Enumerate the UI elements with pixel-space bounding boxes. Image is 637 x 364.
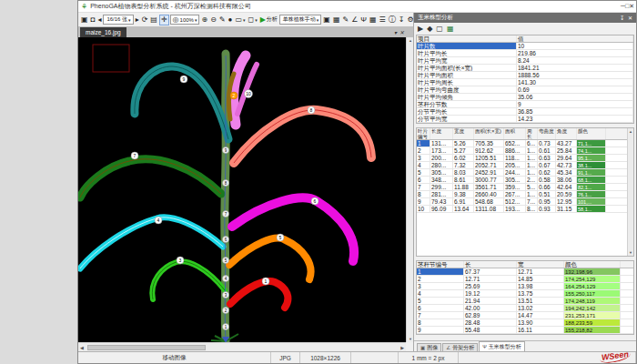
table-row[interactable]: 叶片平均长219.86 xyxy=(417,50,633,57)
prev-image-button[interactable]: ◂ xyxy=(96,15,102,25)
image-tab[interactable]: maize_16.jpg xyxy=(80,27,126,37)
mode-combo[interactable]: 单株植株手动▾ xyxy=(279,15,322,25)
table-row[interactable]: 4280...7.322052.71205...1...0.6742.7338,… xyxy=(417,162,633,169)
marker-icon[interactable]: ✎ xyxy=(218,15,227,25)
table-row[interactable]: 分节平均长36.85 xyxy=(417,108,633,116)
grid-icon[interactable]: ▦ xyxy=(369,15,378,25)
table-row[interactable]: 叶片平均周长141.30 xyxy=(417,79,633,86)
tab-list-button[interactable]: ▾ xyxy=(394,29,397,35)
column-header[interactable]: 值 xyxy=(517,35,633,42)
zoom-out-icon[interactable]: ⊖ xyxy=(209,15,217,25)
table-row[interactable]: 叶片平均弯曲度0.69 xyxy=(417,86,633,94)
column-header[interactable]: 面积 xyxy=(504,128,526,139)
table-row[interactable]: 1096.0913.641311.08193...8...0.9331.1558… xyxy=(417,206,633,213)
panel-tab-玉米株型分析[interactable]: Ψ玉米株型分析 xyxy=(479,341,525,351)
column-header[interactable]: 面积(长×宽) xyxy=(474,128,504,139)
table-row[interactable]: 5305...8.032452.91244...1...0.6245.3491,… xyxy=(417,169,633,177)
leaf-7-darkgreen[interactable] xyxy=(80,159,221,197)
table-row[interactable]: 212.7114.85174,254,129 xyxy=(417,276,633,283)
table-row[interactable]: 325.6913.98164,254,129 xyxy=(417,283,633,290)
image-export-icon[interactable]: ▣ xyxy=(322,15,331,25)
table-row[interactable]: 3200...6.021205.51118...1...0.6329.6495,… xyxy=(417,155,633,162)
table-row[interactable]: 叶片平均面积(长×宽)1841.21 xyxy=(417,65,633,72)
table-row[interactable]: 1131...5.26705.35652...6...0.7343.2771,1… xyxy=(417,140,633,147)
leaf-table-scrollbar[interactable]: ▲ ▼ xyxy=(627,128,633,256)
close-button[interactable]: ✕ xyxy=(629,3,634,9)
table-row[interactable]: 叶片平均面积1888.56 xyxy=(417,72,633,79)
panel-tab-骨架分析[interactable]: ∠骨架分析 xyxy=(442,343,478,351)
table-row[interactable]: 979.436.91548.68512...7...0.9512.95101,.… xyxy=(417,198,633,206)
close-image-button[interactable]: ✕ xyxy=(399,29,404,35)
horizontal-scrollbar[interactable]: ◀ ▶ xyxy=(78,342,406,351)
image-canvas[interactable]: 1 2 3 4 5 6 7 8 9 10 1 2 3 4 5 xyxy=(78,37,406,342)
scroll-down-icon[interactable]: ▼ xyxy=(629,250,632,255)
list-icon[interactable]: ☰ xyxy=(379,15,387,25)
scroll-right-icon[interactable]: ▶ xyxy=(400,345,404,350)
vertical-scrollbar[interactable]: ▲ ▼ xyxy=(406,37,413,342)
zoom-combo[interactable]: ◎100%▾ xyxy=(170,15,200,25)
table-row[interactable]: 642.0013.02194,242,142 xyxy=(417,305,633,312)
column-header[interactable]: 茎秆节编号 xyxy=(417,261,464,268)
rect-tool[interactable]: ▭▾ xyxy=(234,15,246,25)
table-row[interactable]: 6348...8.613000.77305...2...0.5838.0668,… xyxy=(417,177,633,184)
leaf-8-salmon[interactable] xyxy=(234,110,371,163)
camera-icon[interactable]: ◘ xyxy=(90,15,96,25)
column-header[interactable]: 长度 xyxy=(430,128,453,139)
rotate-icon[interactable]: ⟳ xyxy=(141,15,149,25)
settings-icon[interactable]: ⚙ xyxy=(406,15,413,25)
column-header[interactable]: 角度 xyxy=(556,128,577,139)
run-analysis-icon[interactable]: ▶ xyxy=(418,25,423,33)
table-row[interactable]: 521.9413.51174,248,119 xyxy=(417,298,633,305)
open-folder-icon[interactable]: ▣ xyxy=(80,15,89,25)
scroll-up-icon[interactable]: ▲ xyxy=(629,129,632,134)
edit-icon[interactable]: ✎ xyxy=(341,15,349,25)
leaf-4-cyan[interactable] xyxy=(80,217,223,268)
column-header[interactable]: 颜色 xyxy=(564,261,621,268)
pan-tool[interactable]: ✛ xyxy=(159,15,169,25)
table-row[interactable]: 叶片平均宽8.24 xyxy=(417,57,633,65)
table-row[interactable]: 茎秆分节数9 xyxy=(417,101,633,108)
column-header[interactable]: 周长 xyxy=(526,128,538,139)
leaf-5-orange[interactable] xyxy=(229,238,311,279)
next-image-button[interactable]: ▸ xyxy=(135,15,140,25)
zoom-in-icon[interactable]: ⊕ xyxy=(200,15,208,25)
column-header[interactable]: 宽 xyxy=(517,261,564,268)
excel-export-icon[interactable]: ▦ xyxy=(332,15,341,25)
table-row[interactable]: 955.4816.11155,218,82 xyxy=(417,327,633,334)
pin-icon[interactable]: ↧ xyxy=(620,15,624,21)
panel-tab-图像[interactable]: ▣图像 xyxy=(417,343,441,351)
column-header[interactable]: 弯曲度 xyxy=(538,128,556,139)
column-header[interactable]: 项目 xyxy=(417,35,517,42)
table-row[interactable]: 叶片平均倾角35.06 xyxy=(417,94,633,101)
scrollbar-thumb[interactable] xyxy=(87,345,206,350)
table-row[interactable]: 419.1213.75155,250,117 xyxy=(417,290,633,298)
panel-close-icon[interactable]: ✕ xyxy=(628,15,632,21)
analyze-button[interactable]: ▶分析 xyxy=(259,15,278,25)
info-icon[interactable]: ⓘ xyxy=(388,15,397,25)
column-header[interactable]: 宽度 xyxy=(453,128,474,139)
batch-icon[interactable]: ◆ xyxy=(427,25,432,33)
column-header[interactable]: 长 xyxy=(464,261,517,268)
shape-tool[interactable]: ◻▾ xyxy=(248,15,258,25)
angle-icon[interactable]: ∠ xyxy=(350,15,359,25)
column-header[interactable]: 叶片编号 xyxy=(417,128,430,139)
column-header[interactable]: 颜色 xyxy=(577,128,606,139)
table-row[interactable]: 8281...9.382660.40267...1...0.5120.5976,… xyxy=(417,191,633,198)
leaf-3-lime[interactable] xyxy=(152,261,225,299)
scroll-left-icon[interactable]: ◀ xyxy=(80,345,84,350)
image-counter-combo[interactable]: 16/16 张▾ xyxy=(103,15,133,25)
table-row[interactable]: 叶片数10 xyxy=(417,43,633,50)
download-icon[interactable]: ↧ xyxy=(398,15,406,25)
leaf-1-red[interactable] xyxy=(230,281,288,308)
table-row[interactable]: 2173...5.27912.62886...1...0.6125.8474,1… xyxy=(417,147,633,155)
save-icon[interactable]: ▤ xyxy=(149,15,158,25)
table-row[interactable]: 828.4813.90188,233,59 xyxy=(417,319,633,327)
table-row[interactable]: 167.3712.71132,198,96 xyxy=(417,268,633,276)
table-row[interactable]: 7299...11.883561.71359...5...0.6642.6482… xyxy=(417,184,633,191)
skeleton-icon[interactable]: Ψ xyxy=(359,15,368,25)
excel-icon[interactable]: ▦ xyxy=(447,25,454,33)
table-row[interactable]: 分节平均宽14.23 xyxy=(417,116,633,123)
copy-icon[interactable]: ▢ xyxy=(436,25,443,33)
circle-tool[interactable]: ● xyxy=(228,15,234,25)
table-row[interactable]: 762.8914.47231,253,171 xyxy=(417,312,633,319)
